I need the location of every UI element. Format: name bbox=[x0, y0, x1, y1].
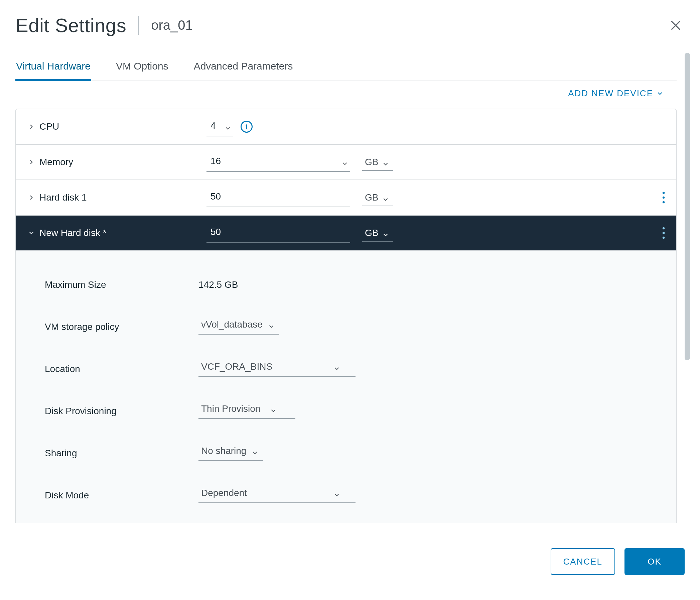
new-hdd-value-wrap bbox=[206, 223, 350, 243]
memory-input[interactable] bbox=[206, 152, 350, 172]
tabs: Virtual Hardware VM Options Advanced Par… bbox=[15, 55, 677, 81]
sharing-value: No sharing bbox=[201, 446, 246, 456]
svg-point-2 bbox=[662, 201, 665, 203]
dialog-header: Edit Settings ora_01 bbox=[0, 0, 700, 40]
maximum-size-value: 142.5 GB bbox=[198, 280, 238, 290]
title-divider bbox=[138, 16, 139, 35]
chevron-right-icon bbox=[28, 123, 35, 130]
memory-unit: GB bbox=[365, 157, 378, 167]
new-hdd-input[interactable] bbox=[206, 223, 350, 243]
detail-storage-policy: VM storage policy vVol_database bbox=[45, 306, 653, 348]
chevron-down-icon bbox=[333, 492, 340, 498]
new-hdd-unit-select[interactable]: GB bbox=[362, 224, 393, 242]
row-hard-disk-1: Hard disk 1 GB bbox=[16, 180, 676, 216]
edit-settings-dialog: Edit Settings ora_01 Virtual Hardware VM… bbox=[0, 0, 700, 600]
hdd1-input[interactable] bbox=[206, 188, 350, 207]
detail-sharing: Sharing No sharing bbox=[45, 432, 653, 474]
scrollbar-thumb[interactable] bbox=[685, 53, 690, 360]
svg-point-1 bbox=[662, 196, 665, 198]
dialog-footer: CANCEL OK bbox=[0, 536, 700, 600]
info-icon[interactable]: i bbox=[241, 121, 253, 133]
scroll-area: Virtual Hardware VM Options Advanced Par… bbox=[15, 55, 677, 523]
memory-value-wrap[interactable] bbox=[206, 152, 350, 172]
chevron-down-icon bbox=[382, 232, 389, 238]
svg-point-3 bbox=[662, 227, 665, 229]
row-memory: Memory GB bbox=[16, 145, 676, 180]
chevron-down-icon bbox=[656, 90, 663, 97]
chevron-down-icon bbox=[252, 450, 258, 456]
dialog-title: Edit Settings bbox=[15, 14, 126, 37]
toolbar: ADD NEW DEVICE bbox=[15, 81, 677, 109]
hardware-panel: CPU i Memory bbox=[15, 109, 677, 523]
disk-mode-label: Disk Mode bbox=[45, 490, 198, 501]
cpu-value[interactable] bbox=[206, 117, 233, 136]
chevron-right-icon bbox=[28, 194, 35, 201]
kebab-icon bbox=[662, 191, 665, 204]
detail-disk-provisioning: Disk Provisioning Thin Provision bbox=[45, 390, 653, 432]
tab-virtual-hardware[interactable]: Virtual Hardware bbox=[15, 55, 91, 80]
hdd1-unit-select[interactable]: GB bbox=[362, 189, 393, 206]
hdd1-actions[interactable] bbox=[662, 191, 665, 204]
detail-disk-mode: Disk Mode Dependent bbox=[45, 474, 653, 517]
hdd1-label: Hard disk 1 bbox=[40, 192, 206, 203]
hdd1-unit: GB bbox=[365, 192, 378, 203]
svg-point-4 bbox=[662, 232, 665, 234]
ok-button[interactable]: OK bbox=[624, 548, 685, 575]
disk-provisioning-label: Disk Provisioning bbox=[45, 406, 198, 416]
close-icon bbox=[670, 20, 681, 31]
detail-location: Location VCF_ORA_BINS bbox=[45, 348, 653, 390]
chevron-down-icon bbox=[382, 196, 389, 203]
memory-label: Memory bbox=[40, 157, 206, 167]
disk-mode-select[interactable]: Dependent bbox=[198, 488, 355, 503]
hdd1-value-wrap bbox=[206, 188, 350, 207]
location-label: Location bbox=[45, 364, 198, 375]
chevron-down-icon bbox=[333, 365, 340, 372]
add-new-device-label: ADD NEW DEVICE bbox=[568, 88, 653, 99]
new-hdd-unit: GB bbox=[365, 227, 378, 238]
expand-cpu[interactable] bbox=[26, 121, 37, 132]
chevron-right-icon bbox=[28, 159, 35, 165]
tab-advanced-parameters[interactable]: Advanced Parameters bbox=[193, 55, 294, 80]
disk-provisioning-select[interactable]: Thin Provision bbox=[198, 404, 295, 419]
svg-point-0 bbox=[662, 192, 665, 194]
detail-max-size: Maximum Size 142.5 GB bbox=[45, 264, 653, 306]
sharing-label: Sharing bbox=[45, 448, 198, 459]
storage-policy-label: VM storage policy bbox=[45, 321, 198, 332]
close-button[interactable] bbox=[670, 20, 681, 31]
expand-hdd1[interactable] bbox=[26, 192, 37, 203]
chevron-down-icon bbox=[268, 323, 275, 330]
kebab-icon bbox=[662, 226, 665, 240]
cpu-select[interactable] bbox=[206, 117, 233, 136]
sharing-select[interactable]: No sharing bbox=[198, 446, 263, 461]
cancel-button[interactable]: CANCEL bbox=[551, 548, 615, 575]
row-cpu: CPU i bbox=[16, 109, 676, 145]
new-hdd-actions[interactable] bbox=[662, 226, 665, 240]
storage-policy-select[interactable]: vVol_database bbox=[198, 319, 279, 335]
cpu-label: CPU bbox=[40, 121, 206, 132]
location-value: VCF_ORA_BINS bbox=[201, 361, 328, 372]
new-hdd-label: New Hard disk * bbox=[40, 227, 206, 238]
row-new-hard-disk: New Hard disk * GB bbox=[16, 216, 676, 251]
memory-unit-select[interactable]: GB bbox=[362, 153, 393, 171]
storage-policy-value: vVol_database bbox=[201, 319, 262, 330]
chevron-down-icon bbox=[270, 407, 277, 414]
svg-point-5 bbox=[662, 237, 665, 239]
disk-mode-value: Dependent bbox=[201, 488, 328, 498]
scrollbar[interactable] bbox=[685, 53, 690, 523]
maximum-size-label: Maximum Size bbox=[45, 280, 198, 290]
add-new-device-button[interactable]: ADD NEW DEVICE bbox=[568, 88, 663, 99]
new-hdd-details: Maximum Size 142.5 GB VM storage policy … bbox=[16, 251, 676, 523]
disk-provisioning-value: Thin Provision bbox=[201, 404, 265, 414]
collapse-new-hdd[interactable] bbox=[26, 227, 37, 238]
tab-vm-options[interactable]: VM Options bbox=[115, 55, 169, 80]
chevron-down-icon bbox=[28, 230, 35, 236]
expand-memory[interactable] bbox=[26, 157, 37, 167]
location-select[interactable]: VCF_ORA_BINS bbox=[198, 361, 355, 377]
chevron-down-icon bbox=[382, 161, 389, 167]
dialog-context-name: ora_01 bbox=[151, 18, 193, 33]
